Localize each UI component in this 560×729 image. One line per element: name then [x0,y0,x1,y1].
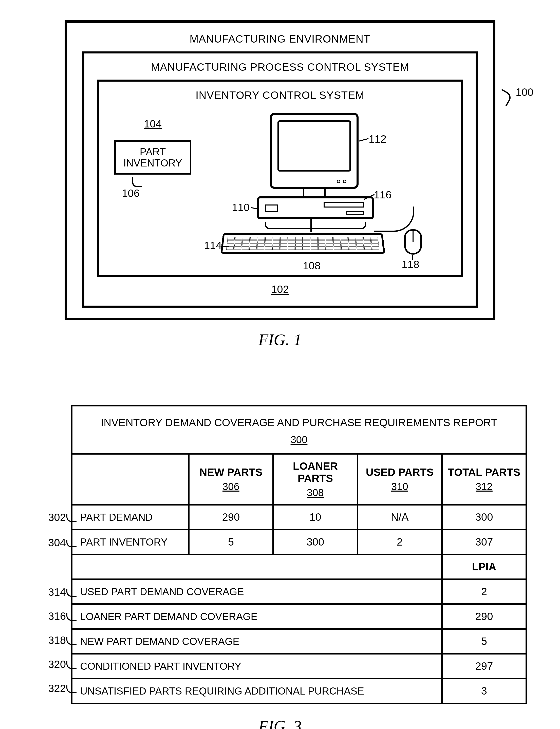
lpia-label-4: UNSATISFIED PARTS REQUIRING ADDITIONAL P… [72,679,442,703]
col-new-label: NEW PARTS [199,466,263,478]
report-title-cell: INVENTORY DEMAND COVERAGE AND PURCHASE R… [72,406,526,454]
demand-loaner: 10 [273,505,358,530]
leader-100 [496,89,513,106]
lpia-value-3: 297 [442,654,526,679]
row-demand-label: PART DEMAND [72,505,189,530]
demand-total: 300 [442,505,526,530]
lpia-value-0: 2 [442,579,526,604]
leader-304 [66,540,77,547]
ref-300: 300 [291,434,308,445]
computer-tower-icon [257,196,374,219]
ref-312: 312 [448,481,520,492]
lpia-blank [72,554,442,579]
figure-3-caption: FIG. 3 [33,717,527,729]
demand-used: N/A [358,505,442,530]
lpia-row-0: USED PART DEMAND COVERAGE 2 [72,579,526,604]
blank-header [72,454,189,505]
lpia-row-1: LOANER PART DEMAND COVERAGE 290 [72,604,526,629]
manufacturing-environment-title: MANUFACTURING ENVIRONMENT [82,33,478,45]
col-used-parts: USED PARTS 310 [358,454,442,505]
row-part-demand: PART DEMAND 290 10 N/A 300 [72,505,526,530]
report-title: INVENTORY DEMAND COVERAGE AND PURCHASE R… [101,417,497,428]
col-total-parts: TOTAL PARTS 312 [442,454,526,505]
monitor-screen [277,120,351,172]
figure-1: MANUFACTURING ENVIRONMENT MANUFACTURING … [65,20,495,349]
leader-112 [359,138,369,142]
col-loaner-label: LOANER PARTS [293,460,338,484]
leader-106 [132,177,142,187]
ref-316: 316 [48,610,66,622]
inventory-used: 2 [358,530,442,554]
monitor-knobs [337,180,346,183]
ics-left-column: 104 PART INVENTORY 106 [114,113,191,197]
figure-3: INVENTORY DEMAND COVERAGE AND PURCHASE R… [33,405,527,729]
col-total-label: TOTAL PARTS [448,466,520,478]
ref-110: 110 [232,201,250,214]
tower-button [265,204,278,212]
leader-322 [66,685,77,693]
leader-118 [412,255,413,260]
ref-302: 302 [48,511,66,523]
row-part-inventory: PART INVENTORY 5 300 2 307 [72,530,526,554]
title-row: INVENTORY DEMAND COVERAGE AND PURCHASE R… [72,406,526,454]
lpia-row-4: UNSATISFIED PARTS REQUIRING ADDITIONAL P… [72,679,526,703]
leader-314 [66,589,77,597]
tower-drive-slot [324,202,364,208]
ref-318: 318 [48,634,66,646]
tower-vent [346,211,364,215]
lpia-label-1: LOANER PART DEMAND COVERAGE [72,604,442,629]
part-inventory-line1: PART [140,146,166,157]
inventory-control-system-box: INVENTORY CONTROL SYSTEM 104 PART INVENT… [97,80,463,277]
lpia-row-3: CONDITIONED PART INVENTORY 297 [72,654,526,679]
computer-underbrace [265,222,366,229]
ref-100: 100 [516,86,533,98]
column-header-row: NEW PARTS 306 LOANER PARTS 308 USED PART… [72,454,526,505]
figure-1-caption: FIG. 1 [65,330,495,349]
lpia-row-2: NEW PART DEMAND COVERAGE 5 [72,629,526,654]
lpia-value-4: 3 [442,679,526,703]
ref-102: 102 [97,283,463,295]
manufacturing-environment-box: MANUFACTURING ENVIRONMENT MANUFACTURING … [65,20,495,320]
inventory-total: 307 [442,530,526,554]
lpia-label-0: USED PART DEMAND COVERAGE [72,579,442,604]
ref-112: 112 [369,133,386,145]
row-lpia-header: LPIA [72,554,526,579]
ics-content: 104 PART INVENTORY 106 [109,108,451,265]
ics-title: INVENTORY CONTROL SYSTEM [109,89,451,101]
part-inventory-line2: INVENTORY [123,157,182,169]
ref-322: 322 [48,682,66,694]
mouse-cable [374,207,414,232]
part-inventory-box: PART INVENTORY [114,140,191,175]
keyboard-keys [226,237,379,250]
fig3-table-area: INVENTORY DEMAND COVERAGE AND PURCHASE R… [71,405,527,704]
leader-114 [222,246,229,247]
computer-illustration: 112 116 110 114 108 118 [207,113,446,265]
ref-306: 306 [195,481,267,492]
ref-304: 304 [48,537,66,549]
ref-118: 118 [402,258,419,271]
ref-104: 104 [114,118,191,130]
leader-318 [66,637,77,645]
mpcs-title: MANUFACTURING PROCESS CONTROL SYSTEM [97,61,463,73]
row-inventory-label: PART INVENTORY [72,530,189,554]
monitor-stand [303,189,326,196]
ref-308: 308 [279,487,352,498]
ref-114: 114 [204,239,222,252]
ref-320: 320 [48,658,66,670]
demand-new: 290 [189,505,273,530]
lpia-label-3: CONDITIONED PART INVENTORY [72,654,442,679]
inventory-report-table: INVENTORY DEMAND COVERAGE AND PURCHASE R… [71,405,527,704]
lpia-header: LPIA [442,554,526,579]
ref-310: 310 [363,481,436,492]
leader-320 [66,661,77,669]
ref-108: 108 [303,260,321,272]
col-used-label: USED PARTS [366,466,434,478]
keyboard-icon [220,233,385,254]
mouse-icon [404,229,422,255]
ref-314: 314 [48,586,66,598]
monitor-icon [270,113,359,189]
leader-302 [66,514,77,522]
ref-116: 116 [374,189,391,201]
col-loaner-parts: LOANER PARTS 308 [273,454,358,505]
inventory-loaner: 300 [273,530,358,554]
